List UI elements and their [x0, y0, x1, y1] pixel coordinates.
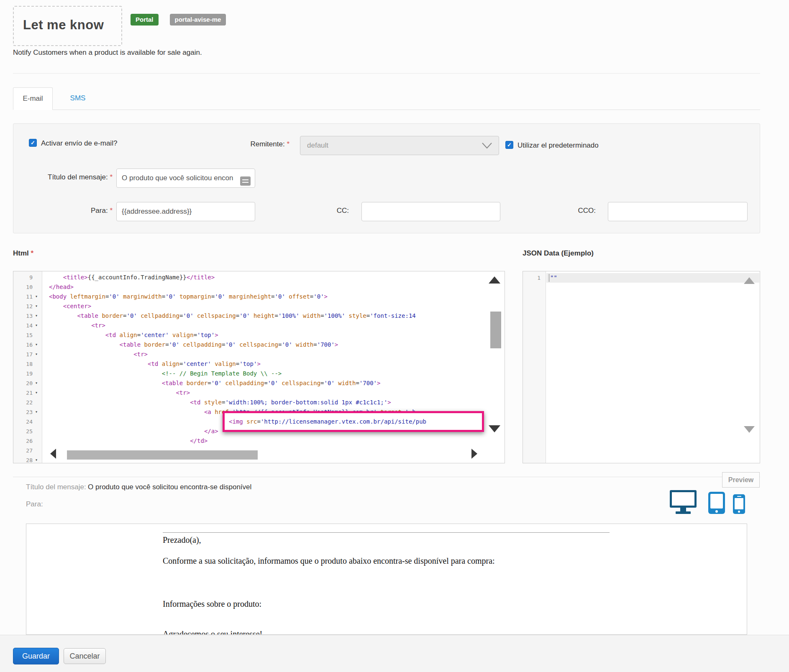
line-number: 15: [13, 332, 33, 338]
required-marker: *: [110, 173, 113, 181]
preview-body-line: Conforme a sua solicitação, informamos q…: [163, 556, 495, 566]
header-divider: [13, 73, 760, 74]
remitente-select[interactable]: default: [300, 136, 499, 155]
code-line[interactable]: 22 <td style='width:100%; border-bottom:…: [13, 398, 505, 408]
line-number: 13: [13, 313, 33, 319]
page: Let me know Portal portal-avise-me Notif…: [0, 0, 789, 672]
status-badge-template-id: portal-avise-me: [170, 14, 226, 26]
preview-para-label: Para:: [26, 500, 43, 508]
json-editor-gutter: [523, 271, 546, 463]
tablet-icon[interactable]: [708, 492, 725, 514]
template-title-box[interactable]: Let me know: [13, 6, 122, 46]
para-input[interactable]: [116, 202, 255, 221]
activate-email-label: Activar envío de e-mail?: [41, 139, 117, 148]
tabbar-line: [13, 110, 760, 110]
use-default-checkbox[interactable]: ✓: [505, 141, 513, 149]
fold-arrow-icon[interactable]: ▾: [35, 313, 38, 318]
code-line[interactable]: 20▾ <table border='0' cellpadding='0' ce…: [13, 379, 505, 388]
code-line[interactable]: 21▾ <tr>: [13, 388, 505, 398]
vertical-scrollbar-thumb[interactable]: [490, 312, 501, 348]
highlight-line-text: <img src='http://licensemanager.vtex.com…: [229, 418, 426, 425]
code-line[interactable]: 16▾ <table border='0' cellpadding='0' ce…: [13, 340, 505, 350]
fold-arrow-icon[interactable]: ▾: [35, 352, 38, 356]
preview-body-line: Informações sobre o produto:: [163, 599, 261, 609]
input-grip-icon[interactable]: [240, 176, 251, 186]
page-title: Let me know: [23, 18, 121, 33]
horizontal-scrollbar-thumb[interactable]: [67, 450, 258, 460]
code-line[interactable]: 15 <td align='center' valign='top'>: [13, 331, 505, 340]
line-number: 16: [13, 342, 33, 348]
line-number: 28: [13, 457, 33, 463]
scroll-down-icon[interactable]: [744, 426, 755, 433]
fold-arrow-icon[interactable]: ▾: [35, 409, 38, 414]
tab-sms[interactable]: SMS: [63, 87, 93, 110]
fold-arrow-icon[interactable]: ▾: [35, 390, 38, 395]
cc-input[interactable]: [361, 202, 500, 221]
code-line[interactable]: 12▾ <center>: [13, 302, 505, 312]
cc-label: CC:: [306, 207, 349, 215]
code-line[interactable]: 19 <!-- // Begin Template Body \\ -->: [13, 369, 505, 379]
activate-email-checkbox[interactable]: ✓: [29, 139, 37, 147]
html-editor-label: Html *: [13, 249, 33, 258]
chevron-down-icon: [482, 143, 492, 149]
save-button[interactable]: Guardar: [13, 648, 59, 664]
line-number: 18: [13, 361, 33, 367]
fold-arrow-icon[interactable]: ▾: [35, 342, 38, 347]
required-marker: *: [110, 207, 113, 215]
scroll-up-icon[interactable]: [489, 276, 500, 284]
html-code-editor[interactable]: 9 <title>{{_accountInfo.TradingName}}</t…: [13, 271, 505, 463]
code-line[interactable]: 26 </td>: [13, 437, 505, 446]
desktop-icon[interactable]: [670, 490, 697, 514]
code-line[interactable]: 11▾<body leftmargin='0' marginwidth='0' …: [13, 292, 505, 302]
json-data-editor[interactable]: 1 "": [523, 271, 760, 463]
preview-button[interactable]: Preview: [722, 472, 760, 488]
line-number: 23: [13, 409, 33, 415]
code-line[interactable]: 18 <td align='center' valign='top'>: [13, 360, 505, 369]
json-active-line: [546, 273, 759, 283]
line-number: 24: [13, 419, 33, 425]
email-preview-frame: Prezado(a), Conforme a sua solicitação, …: [26, 524, 747, 635]
titulo-input[interactable]: [116, 169, 255, 188]
cco-input[interactable]: [608, 202, 748, 221]
code-line[interactable]: 17▾ <tr>: [13, 350, 505, 360]
remitente-label: Remitente: *: [231, 140, 289, 148]
preview-section-divider: [13, 477, 760, 477]
tab-email[interactable]: E-mail: [13, 87, 53, 110]
json-line-number: 1: [523, 275, 541, 281]
code-line[interactable]: 13▾ <table border='0' cellpadding='0' ce…: [13, 312, 505, 321]
line-number: 12: [13, 303, 33, 309]
preview-titulo-label: Título del mensaje:: [26, 483, 86, 491]
phone-icon[interactable]: [733, 494, 745, 514]
cancel-button[interactable]: Cancelar: [64, 648, 106, 664]
line-number: 10: [13, 284, 33, 290]
check-icon: ✓: [31, 140, 35, 146]
scroll-right-icon[interactable]: [471, 449, 477, 459]
fold-arrow-icon[interactable]: ▾: [35, 381, 38, 385]
use-default-label: Utilizar el predeterminado: [517, 141, 599, 150]
fold-arrow-icon[interactable]: ▾: [35, 294, 38, 299]
scroll-left-icon[interactable]: [50, 449, 56, 459]
code-line[interactable]: 14▾ <tr>: [13, 321, 505, 331]
line-number: 9: [13, 274, 33, 281]
fold-arrow-icon[interactable]: ▾: [35, 304, 38, 308]
code-line[interactable]: 10</head>: [13, 283, 505, 292]
required-marker: *: [31, 249, 34, 257]
fold-arrow-icon[interactable]: ▾: [35, 457, 38, 462]
titulo-label: Título del mensaje: *: [13, 173, 113, 181]
fold-arrow-icon[interactable]: ▾: [35, 323, 38, 327]
scroll-up-icon[interactable]: [744, 277, 755, 284]
preview-body-line: Agradecemos o seu interesse!: [163, 629, 262, 635]
preview-para-row: Para:: [26, 500, 43, 508]
text-cursor: [549, 274, 549, 282]
preview-titulo-value: O produto que você solicitou encontra-se…: [88, 483, 251, 491]
preview-content-divider: [163, 532, 610, 533]
line-number: 27: [13, 447, 33, 454]
line-number: 20: [13, 380, 33, 386]
code-line[interactable]: 9 <title>{{_accountInfo.TradingName}}</t…: [13, 273, 505, 283]
highlight-annotation-box: <img src='http://licensemanager.vtex.com…: [223, 411, 484, 432]
json-editor-label: JSON Data (Ejemplo): [523, 249, 594, 258]
email-settings-panel: ✓ Activar envío de e-mail? Remitente: * …: [13, 123, 760, 233]
scroll-down-icon[interactable]: [489, 425, 500, 432]
status-badge-portal: Portal: [131, 14, 159, 26]
preview-titulo-row: Título del mensaje: O produto que você s…: [26, 483, 251, 491]
